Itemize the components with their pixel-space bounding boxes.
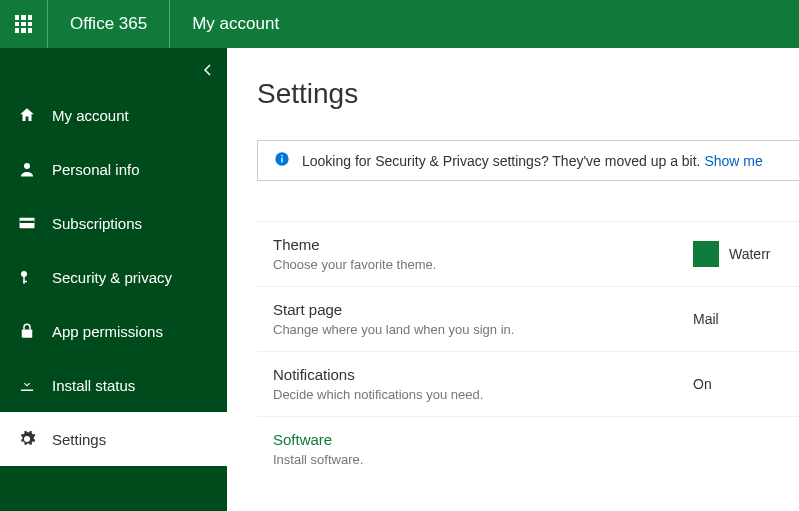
setting-desc: Install software.	[273, 452, 693, 467]
settings-row-theme[interactable]: Theme Choose your favorite theme. Waterr	[257, 222, 799, 287]
sidebar-item-label: Security & privacy	[52, 269, 172, 286]
lock-icon	[16, 322, 38, 340]
sidebar: My account Personal info Subscriptions S…	[0, 48, 227, 511]
gear-icon	[16, 430, 38, 448]
setting-title: Start page	[273, 301, 693, 318]
svg-rect-6	[22, 330, 33, 338]
page-title: Settings	[257, 78, 799, 110]
info-text: Looking for Security & Privacy settings?…	[302, 153, 763, 169]
sidebar-item-label: Personal info	[52, 161, 140, 178]
setting-desc: Choose your favorite theme.	[273, 257, 693, 272]
svg-point-3	[21, 271, 27, 277]
header: Office 365 My account	[0, 0, 799, 48]
brand-label[interactable]: Office 365	[48, 0, 170, 48]
setting-value: On	[693, 376, 712, 392]
svg-rect-7	[21, 390, 33, 392]
sidebar-item-security-privacy[interactable]: Security & privacy	[0, 250, 227, 304]
settings-row-notifications[interactable]: Notifications Decide which notifications…	[257, 352, 799, 417]
home-icon	[16, 106, 38, 124]
settings-list: Theme Choose your favorite theme. Waterr…	[257, 221, 799, 481]
sidebar-item-settings[interactable]: Settings	[0, 412, 227, 466]
info-icon	[274, 151, 290, 170]
sidebar-item-label: Subscriptions	[52, 215, 142, 232]
svg-rect-10	[281, 155, 282, 156]
collapse-sidebar-button[interactable]	[203, 62, 213, 80]
setting-title: Software	[273, 431, 693, 448]
sidebar-item-subscriptions[interactable]: Subscriptions	[0, 196, 227, 250]
sidebar-item-install-status[interactable]: Install status	[0, 358, 227, 412]
main-content: Settings Looking for Security & Privacy …	[227, 48, 799, 511]
svg-rect-4	[23, 276, 25, 284]
page-name-label: My account	[170, 14, 301, 34]
setting-title: Notifications	[273, 366, 693, 383]
sidebar-item-label: App permissions	[52, 323, 163, 340]
key-icon	[16, 268, 38, 286]
show-me-link[interactable]: Show me	[704, 153, 762, 169]
settings-row-start-page[interactable]: Start page Change where you land when yo…	[257, 287, 799, 352]
person-icon	[16, 160, 38, 178]
theme-swatch	[693, 241, 719, 267]
svg-rect-2	[20, 221, 35, 223]
sidebar-item-my-account[interactable]: My account	[0, 88, 227, 142]
app-launcher-button[interactable]	[0, 0, 48, 48]
card-icon	[16, 214, 38, 232]
svg-rect-9	[281, 158, 282, 163]
waffle-icon	[15, 15, 33, 33]
sidebar-item-app-permissions[interactable]: App permissions	[0, 304, 227, 358]
download-icon	[16, 376, 38, 394]
setting-desc: Change where you land when you sign in.	[273, 322, 693, 337]
setting-desc: Decide which notifications you need.	[273, 387, 693, 402]
svg-point-0	[24, 163, 30, 169]
sidebar-item-label: Settings	[52, 431, 106, 448]
setting-value: Mail	[693, 311, 719, 327]
sidebar-item-label: Install status	[52, 377, 135, 394]
sidebar-item-label: My account	[52, 107, 129, 124]
setting-value: Waterr	[693, 241, 770, 267]
sidebar-item-personal-info[interactable]: Personal info	[0, 142, 227, 196]
settings-row-software[interactable]: Software Install software.	[257, 417, 799, 481]
svg-rect-5	[23, 281, 27, 283]
info-bar: Looking for Security & Privacy settings?…	[257, 140, 799, 181]
setting-title: Theme	[273, 236, 693, 253]
